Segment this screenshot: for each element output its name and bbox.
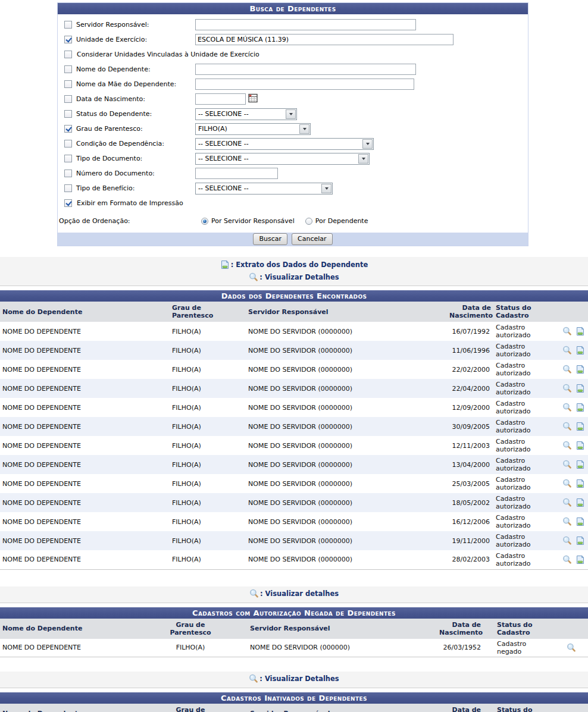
- cancelar-button[interactable]: Cancelar: [292, 233, 333, 245]
- dependent-name-cell: NOME DO DEPENDENTE: [0, 417, 170, 436]
- unidade-exercicio-input[interactable]: [195, 34, 453, 45]
- extract-icon[interactable]: [576, 403, 585, 412]
- view-details-icon[interactable]: [562, 365, 572, 374]
- radio-por-dependente[interactable]: [305, 218, 312, 225]
- view-details-icon[interactable]: [562, 441, 572, 450]
- kinship-cell: FILHO(A): [170, 398, 246, 417]
- form-row-servidor: Servidor Responsável:: [58, 17, 528, 32]
- col-nascimento: Data de Nascimento: [429, 704, 482, 712]
- unidades-vinculadas-checkbox[interactable]: [64, 51, 72, 58]
- status-cell: Cadastro autorizado: [493, 417, 553, 436]
- row-actions-cell: [553, 474, 588, 493]
- extract-icon[interactable]: [576, 536, 585, 545]
- responsible-cell: NOME DO SERVIDOR (0000000): [246, 455, 447, 474]
- extract-icon[interactable]: [576, 365, 585, 374]
- row-actions-cell: [553, 436, 588, 455]
- tipo-beneficio-checkbox[interactable]: [64, 184, 72, 192]
- status-dependente-checkbox[interactable]: [64, 110, 72, 118]
- view-details-icon[interactable]: [562, 498, 572, 507]
- extract-icon[interactable]: [576, 441, 585, 450]
- table-row: NOME DO DEPENDENTE FILHO(A) NOME DO SERV…: [0, 550, 588, 569]
- view-details-icon[interactable]: [562, 517, 572, 526]
- view-details-icon[interactable]: [562, 403, 572, 412]
- servidor-responsavel-checkbox[interactable]: [64, 21, 72, 29]
- tipo-documento-label: Tipo de Documento:: [76, 155, 142, 162]
- col-grau: Grau de Parentesco: [170, 302, 246, 322]
- nome-dependente-checkbox[interactable]: [64, 65, 72, 73]
- tipo-documento-select[interactable]: -- SELECIONE --: [195, 153, 370, 165]
- birthdate-cell: 16/07/1992: [447, 322, 493, 341]
- view-details-icon[interactable]: [562, 422, 572, 431]
- busca-dependentes-form: Busca de Dependentes Servidor Responsáve…: [57, 2, 528, 246]
- birthdate-cell: 26/03/1952: [429, 639, 482, 657]
- tipo-beneficio-select[interactable]: -- SELECIONE --: [195, 183, 333, 195]
- birthdate-cell: 12/09/2000: [447, 398, 493, 417]
- form-body: Servidor Responsável: Unidade de Exercíc…: [58, 14, 528, 230]
- col-acoes: [553, 704, 588, 712]
- responsible-cell: NOME DO SERVIDOR (0000000): [246, 322, 447, 341]
- table3-header-row: Nome do Dependente Grau de Parentesco Se…: [0, 704, 588, 712]
- data-nascimento-input[interactable]: [195, 93, 246, 105]
- grau-parentesco-select[interactable]: FILHO(A): [195, 123, 311, 135]
- responsible-cell: NOME DO SERVIDOR (0000000): [246, 512, 447, 531]
- table-row: NOME DO DEPENDENTE FILHO(A) NOME DO SERV…: [0, 379, 588, 398]
- dependent-name-cell: NOME DO DEPENDENTE: [0, 436, 170, 455]
- view-details-icon[interactable]: [562, 479, 572, 488]
- grau-parentesco-checkbox[interactable]: [64, 125, 72, 133]
- status-cell: Cadastro autorizado: [493, 474, 553, 493]
- table-row: NOME DO DEPENDENTE FILHO(A) NOME DO SERV…: [0, 531, 588, 550]
- calendar-icon[interactable]: [248, 94, 258, 104]
- status-dependente-label: Status do Dependente:: [76, 110, 152, 118]
- condicao-dependencia-select[interactable]: -- SELECIONE --: [195, 138, 374, 150]
- table1-title: Dados dos Dependentes Encontrados: [0, 290, 588, 302]
- responsible-cell: NOME DO SERVIDOR (0000000): [246, 360, 447, 379]
- condicao-dependencia-checkbox[interactable]: [64, 140, 72, 148]
- view-details-icon[interactable]: [562, 384, 572, 393]
- form-row-ordenacao: Opção de Ordenação: Por Servidor Respons…: [58, 214, 528, 228]
- extract-icon[interactable]: [576, 555, 585, 564]
- form-row-grau-parentesco: Grau de Parentesco: FILHO(A): [58, 121, 528, 136]
- buscar-button[interactable]: Buscar: [253, 233, 287, 245]
- extract-icon[interactable]: [576, 327, 585, 336]
- form-row-exibir-impressao: Exibir em Formato de Impressão: [58, 196, 528, 211]
- kinship-cell: FILHO(A): [170, 455, 246, 474]
- extract-icon[interactable]: [576, 422, 585, 431]
- servidor-responsavel-input[interactable]: [195, 19, 416, 30]
- dependent-name-cell: NOME DO DEPENDENTE: [0, 398, 170, 417]
- view-details-icon: [249, 272, 258, 282]
- view-details-icon[interactable]: [562, 460, 572, 469]
- chevron-down-icon: [321, 184, 331, 193]
- view-details-icon[interactable]: [562, 346, 572, 355]
- view-details-icon[interactable]: [562, 536, 572, 545]
- view-details-icon: [249, 674, 258, 683]
- status-dependente-select[interactable]: -- SELECIONE --: [195, 108, 297, 120]
- unidade-exercicio-checkbox[interactable]: [64, 36, 72, 43]
- radio-por-servidor[interactable]: [201, 218, 208, 225]
- form-title: Busca de Dependentes: [58, 3, 528, 14]
- table-row: NOME DO DEPENDENTE FILHO(A) NOME DO SERV…: [0, 417, 588, 436]
- extract-icon[interactable]: [576, 346, 585, 355]
- chevron-down-icon: [362, 139, 373, 149]
- extract-icon[interactable]: [576, 479, 585, 488]
- numero-documento-input[interactable]: [195, 168, 278, 179]
- extract-icon[interactable]: [576, 517, 585, 526]
- nome-mae-checkbox[interactable]: [64, 80, 72, 88]
- view-details-icon[interactable]: [562, 327, 572, 336]
- nome-mae-input[interactable]: [195, 79, 414, 90]
- exibir-impressao-checkbox[interactable]: [64, 199, 72, 207]
- view-details-icon[interactable]: [567, 643, 576, 653]
- numero-documento-checkbox[interactable]: [64, 170, 72, 177]
- tipo-documento-checkbox[interactable]: [64, 155, 72, 162]
- responsible-cell: NOME DO SERVIDOR (0000000): [246, 474, 447, 493]
- data-nascimento-checkbox[interactable]: [64, 95, 72, 103]
- extract-icon[interactable]: [576, 460, 585, 469]
- cadastros-inativados-table: Nome do Dependente Grau de Parentesco Se…: [0, 704, 588, 712]
- extract-icon: [220, 260, 230, 269]
- responsible-cell: NOME DO SERVIDOR (0000000): [246, 379, 447, 398]
- nome-dependente-input[interactable]: [195, 64, 416, 75]
- view-details-icon[interactable]: [562, 555, 572, 564]
- dependent-name-cell: NOME DO DEPENDENTE: [0, 360, 170, 379]
- status-cell: Cadastro autorizado: [493, 379, 553, 398]
- extract-icon[interactable]: [576, 384, 585, 393]
- extract-icon[interactable]: [576, 498, 585, 507]
